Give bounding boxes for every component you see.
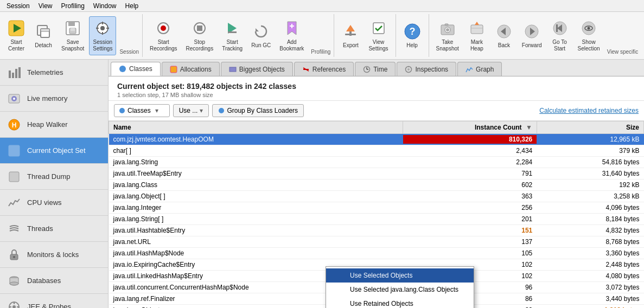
- svg-point-80: [119, 108, 125, 113]
- start-tracking-label: StartTracking: [222, 39, 243, 52]
- ctx-use-selected-objects[interactable]: Use Selected Objects: [326, 268, 474, 283]
- tab-time[interactable]: Time: [355, 62, 396, 76]
- cell-name: java.lang.Integer: [109, 202, 403, 214]
- classes-dropdown[interactable]: Classes ▾: [114, 104, 170, 117]
- threads-icon: [7, 221, 22, 236]
- table-row[interactable]: java.util.HashMap$Node1053,360 bytes: [109, 248, 644, 259]
- stop-recordings-label: StopRecordings: [186, 39, 214, 52]
- cell-size: 4,080 bytes: [537, 271, 643, 282]
- menu-bar: Session View Profiling Window Help: [0, 0, 644, 12]
- cell-size: 379 kB: [537, 145, 643, 157]
- sidebar-item-databases[interactable]: Databases: [0, 268, 108, 294]
- menu-view[interactable]: View: [34, 1, 57, 11]
- take-snapshot-label: TakeSnapshot: [436, 39, 459, 52]
- svg-point-54: [13, 98, 15, 100]
- cell-count: 256: [403, 202, 537, 214]
- table-row[interactable]: java.lang.String[ ]2018,184 bytes: [109, 214, 644, 225]
- table-row[interactable]: char[ ]2,434379 kB: [109, 145, 644, 157]
- ctx-use-retained-objects[interactable]: Use Retained Objects: [326, 297, 474, 308]
- start-recordings-icon: [155, 20, 172, 37]
- ctx-use-selected-objects-label: Use Selected Objects: [350, 272, 412, 279]
- detach-button[interactable]: Detach: [30, 16, 56, 55]
- run-gc-label: Run GC: [251, 42, 271, 49]
- sidebar-item-telemetries[interactable]: Telemetries: [0, 60, 108, 86]
- table-row[interactable]: com.jzj.jvmtest.oomtest.HeapOOM810,32612…: [109, 134, 644, 145]
- col-size: Size: [537, 121, 643, 134]
- add-bookmark-button[interactable]: AddBookmark: [276, 16, 308, 55]
- table-row[interactable]: java.net.URL1378,768 bytes: [109, 236, 644, 248]
- sidebar-item-jee-probes[interactable]: JEE & Probes: [0, 294, 108, 308]
- view-settings-button[interactable]: ViewSettings: [365, 16, 392, 55]
- help-button[interactable]: ? Help: [399, 16, 425, 55]
- sidebar-item-cpu-views[interactable]: CPU views: [0, 190, 108, 216]
- show-selection-icon: [580, 20, 597, 37]
- svg-rect-35: [471, 25, 483, 34]
- toolbar-group-session: StartCenter Detach SaveSnap: [0, 14, 143, 57]
- tab-graph[interactable]: Graph: [457, 62, 502, 76]
- use-retained-icon: [337, 299, 346, 308]
- calculate-retained-link[interactable]: Calculate estimated retained sizes: [539, 107, 639, 114]
- forward-button[interactable]: Forward: [518, 16, 546, 55]
- svg-point-62: [10, 282, 18, 285]
- table-row[interactable]: java.lang.String2,28454,816 bytes: [109, 157, 644, 168]
- svg-rect-20: [228, 31, 237, 33]
- ctx-use-selected-class-objects[interactable]: Use Selected java.lang.Class Objects: [326, 283, 474, 297]
- back-button[interactable]: Back: [491, 16, 517, 55]
- table-row[interactable]: java.lang.Integer2564,096 bytes: [109, 202, 644, 214]
- mark-heap-button[interactable]: MarkHeap: [464, 16, 490, 55]
- svg-text:?: ?: [409, 26, 415, 37]
- svg-rect-27: [349, 31, 352, 36]
- add-bookmark-label: AddBookmark: [279, 39, 304, 52]
- go-to-start-button[interactable]: Go ToStart: [547, 16, 573, 55]
- cell-size: 3,072 bytes: [537, 282, 643, 293]
- start-center-button[interactable]: StartCenter: [3, 16, 29, 55]
- cell-size: 3,258 kB: [537, 191, 643, 202]
- table-row[interactable]: java.util.Hashtable$Entry1514,832 bytes: [109, 225, 644, 236]
- tab-inspections-label: Inspections: [415, 66, 448, 73]
- save-snapshot-button[interactable]: SaveSnapshot: [58, 16, 88, 55]
- svg-point-81: [219, 108, 224, 113]
- sidebar-item-live-memory[interactable]: Live memory: [0, 86, 108, 112]
- svg-point-69: [119, 66, 126, 72]
- tab-classes[interactable]: Classes: [111, 62, 161, 76]
- run-gc-button[interactable]: Run GC: [247, 16, 275, 55]
- svg-rect-48: [9, 70, 11, 78]
- svg-rect-6: [68, 22, 75, 26]
- col-instance-count: Instance Count ▼: [403, 121, 537, 134]
- cell-count: 602: [403, 179, 537, 191]
- table-row[interactable]: java.lang.Object[ ]3633,258 kB: [109, 191, 644, 202]
- stop-recordings-button[interactable]: StopRecordings: [182, 16, 218, 55]
- menu-session[interactable]: Session: [2, 1, 34, 11]
- start-recordings-button[interactable]: StartRecordings: [146, 16, 181, 55]
- export-button[interactable]: Export: [337, 16, 364, 55]
- take-snapshot-button[interactable]: TakeSnapshot: [432, 16, 463, 55]
- show-selection-button[interactable]: ShowSelection: [574, 16, 604, 55]
- menu-profiling[interactable]: Profiling: [57, 1, 89, 11]
- session-settings-button[interactable]: SessionSettings: [89, 16, 116, 55]
- svg-rect-70: [170, 66, 177, 73]
- svg-rect-49: [12, 73, 14, 78]
- tab-biggest-objects[interactable]: Biggest Objects: [221, 62, 293, 76]
- use-button[interactable]: Use ... ▾: [173, 104, 209, 117]
- tab-inspections[interactable]: Inspections: [397, 62, 456, 76]
- tab-references[interactable]: References: [294, 62, 354, 76]
- start-tracking-button[interactable]: StartTracking: [218, 16, 246, 55]
- tab-graph-label: Graph: [476, 66, 494, 73]
- cell-count: 810,326: [403, 134, 537, 145]
- tab-biggest-objects-label: Biggest Objects: [239, 66, 285, 73]
- classes-dropdown-label: Classes: [127, 107, 151, 114]
- save-snapshot-label: SaveSnapshot: [61, 39, 84, 52]
- tab-allocations[interactable]: > Allocations: [162, 62, 220, 76]
- sidebar-item-heap-walker[interactable]: H Heap Walker: [0, 112, 108, 138]
- sidebar-item-thread-dump[interactable]: Thread Dump: [0, 164, 108, 190]
- table-row[interactable]: java.lang.Class602192 kB: [109, 179, 644, 191]
- menu-help[interactable]: Help: [121, 1, 143, 11]
- svg-rect-57: [9, 145, 20, 156]
- sidebar-item-threads[interactable]: Threads: [0, 216, 108, 242]
- menu-window[interactable]: Window: [89, 1, 121, 11]
- group-by-button[interactable]: Group By Class Loaders: [212, 104, 304, 117]
- sidebar-item-current-object-set[interactable]: Current Object Set: [0, 138, 108, 164]
- cell-count: 2,434: [403, 145, 537, 157]
- sidebar-item-monitors-locks[interactable]: Monitors & locks: [0, 242, 108, 268]
- table-row[interactable]: java.util.TreeMap$Entry79131,640 bytes: [109, 168, 644, 179]
